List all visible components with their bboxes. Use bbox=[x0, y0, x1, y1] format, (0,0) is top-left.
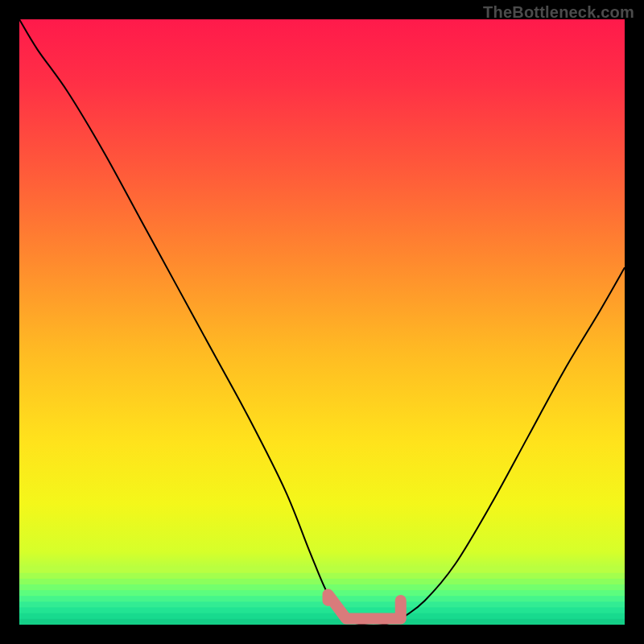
outer-frame: TheBottleneck.com bbox=[0, 0, 644, 644]
gradient-background bbox=[19, 19, 625, 625]
svg-rect-9 bbox=[19, 619, 625, 625]
bottleneck-chart bbox=[19, 19, 625, 625]
plot-area bbox=[19, 19, 625, 625]
bottom-color-bands bbox=[19, 568, 625, 625]
